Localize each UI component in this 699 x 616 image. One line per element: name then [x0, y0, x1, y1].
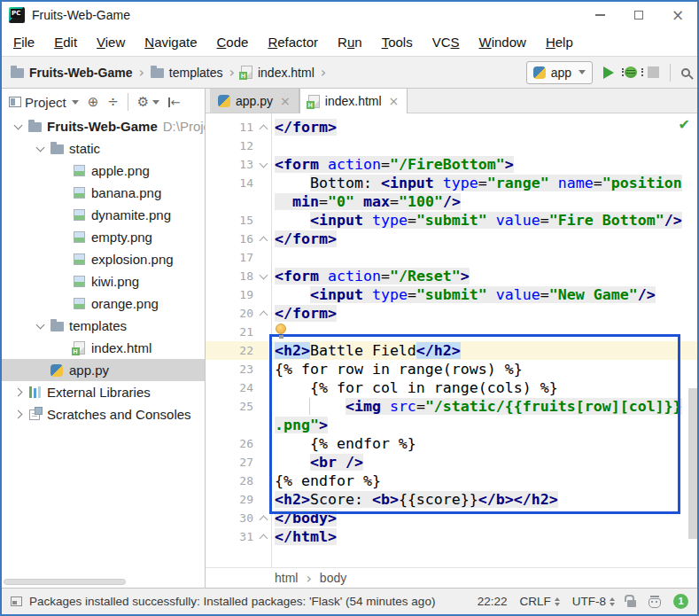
menu-item-window[interactable]: Window: [470, 28, 536, 56]
tree-item-index-html[interactable]: index.html: [2, 337, 205, 359]
editor-breadcrumb-html[interactable]: html: [275, 571, 298, 585]
code-line-14[interactable]: 14 Bottom: <input type="range" name="pos…: [206, 174, 697, 192]
tree-item-app-py[interactable]: app.py: [2, 359, 205, 381]
tab-close-icon[interactable]: ×: [280, 94, 291, 108]
minimize-button[interactable]: [580, 2, 619, 28]
code-line-30[interactable]: 30</body>: [206, 509, 697, 527]
close-button[interactable]: ×: [658, 2, 697, 28]
tree-item-static[interactable]: static: [2, 137, 205, 160]
breadcrumb-item-index.html[interactable]: index.html: [241, 66, 315, 80]
code-line-22[interactable]: 22<h2>Battle Field</h2>: [206, 341, 697, 360]
tree-item-empty-png[interactable]: empty.png: [2, 226, 205, 248]
fold-marker-icon[interactable]: [260, 516, 268, 525]
readonly-lock-icon[interactable]: [627, 600, 636, 607]
fold-marker-icon[interactable]: [260, 534, 268, 543]
tab-close-icon[interactable]: ×: [389, 94, 400, 108]
tree-chevron-right-icon[interactable]: [9, 411, 27, 417]
libraries-icon: [29, 386, 41, 398]
code-line-12[interactable]: 12: [206, 136, 697, 155]
toolwindow-toggle-icon[interactable]: [11, 597, 22, 606]
maximize-button[interactable]: [619, 2, 658, 28]
menu-item-file[interactable]: File: [4, 28, 44, 56]
code-token: min: [292, 193, 319, 210]
fold-marker-icon[interactable]: [260, 160, 268, 168]
tree-item-dynamite-png[interactable]: dynamite.png: [2, 204, 205, 226]
code-line-17[interactable]: 17: [206, 248, 697, 267]
menu-item-vcs[interactable]: VCS: [423, 28, 470, 56]
python-icon: [218, 95, 230, 107]
menu-item-navigate[interactable]: Navigate: [135, 28, 206, 56]
line-number: 21: [206, 323, 253, 341]
encoding-selector[interactable]: UTF-8: [572, 595, 615, 608]
code-line-26[interactable]: 26 {% endfor %}: [206, 434, 697, 453]
tree-chevron-down-icon[interactable]: [9, 125, 27, 129]
tree-chevron-down-icon[interactable]: [31, 324, 49, 328]
settings-button[interactable]: ⚙: [137, 96, 159, 109]
code-line-24[interactable]: 24 {% for col in range(cols) %}: [206, 378, 697, 397]
tree-item-kiwi-png[interactable]: kiwi.png: [2, 270, 205, 292]
tree-chevron-right-icon[interactable]: [9, 389, 27, 395]
tab-index-html[interactable]: index.html×: [299, 89, 408, 113]
code-line-25[interactable]: 25 <img src="/static/{{fruits[row][col]}…: [206, 397, 697, 416]
code-line-29[interactable]: 29<h2>Score: <b>{{score}}</b></h2>: [206, 490, 697, 509]
editor-breadcrumb-body[interactable]: body: [320, 571, 346, 585]
search-everywhere-button[interactable]: [681, 68, 690, 77]
breadcrumb-item-fruits-web-game[interactable]: Fruits-Web-Game: [11, 66, 132, 80]
code-line-19[interactable]: 19 <input type="submit" value="New Game"…: [206, 285, 697, 304]
tree-item-explosion-png[interactable]: explosion.png: [2, 248, 205, 270]
menu-item-help[interactable]: Help: [536, 28, 583, 56]
fold-marker-icon[interactable]: [260, 125, 268, 134]
code-line-wrap[interactable]: min="0" max="100"/>: [206, 192, 697, 211]
tree-item-external-libraries[interactable]: External Libraries: [2, 381, 205, 403]
code-line-13[interactable]: 13<form action="/FireBottom">: [206, 155, 697, 174]
horizontal-scrollbar[interactable]: [4, 579, 126, 585]
collapse-all-button[interactable]: ÷: [107, 96, 119, 109]
intention-bulb-icon[interactable]: [276, 324, 286, 334]
tree-item-banana-png[interactable]: banana.png: [2, 182, 205, 204]
tree-item-fruits-web-game[interactable]: Fruits-Web-GameD:\Proje: [2, 115, 205, 137]
stop-button[interactable]: [648, 66, 659, 78]
menu-item-tools[interactable]: Tools: [372, 28, 423, 56]
code-line-27[interactable]: 27 <br />: [206, 453, 697, 472]
caret-position[interactable]: 22:22: [478, 595, 508, 608]
locate-file-button[interactable]: ⊕: [88, 96, 99, 109]
code-line-wrap[interactable]: .png">: [206, 416, 697, 434]
vertical-scrollbar[interactable]: [688, 388, 697, 539]
code-line-20[interactable]: 20</form>: [206, 304, 697, 323]
fold-marker-icon[interactable]: [260, 271, 268, 280]
line-ending-selector[interactable]: CRLF: [519, 595, 559, 608]
menu-mnemonic: T: [382, 35, 389, 50]
breadcrumb-item-templates[interactable]: templates: [151, 66, 223, 80]
run-button[interactable]: [603, 66, 614, 79]
menu-item-code[interactable]: Code: [207, 28, 259, 56]
menu-item-edit[interactable]: Edit: [44, 28, 87, 56]
tree-item-scratches-and-consoles[interactable]: Scratches and Consoles: [2, 403, 205, 425]
fold-marker-icon[interactable]: [260, 237, 268, 246]
code-line-31[interactable]: 31</html>: [206, 527, 697, 546]
project-view-selector[interactable]: Project: [9, 95, 79, 110]
menu-item-run[interactable]: Run: [328, 28, 372, 56]
tree-item-orange-png[interactable]: orange.png: [2, 292, 205, 315]
code-line-28[interactable]: 28{% endfor %}: [206, 472, 697, 490]
fold-marker-icon[interactable]: [260, 311, 268, 320]
code-editor[interactable]: ✔ 11</form>1213<form action="/FireBottom…: [206, 113, 697, 567]
inspection-status-icon[interactable]: ✔: [679, 116, 690, 133]
code-line-18[interactable]: 18<form action="/Reset">: [206, 267, 697, 285]
code-token: <input: [310, 286, 372, 303]
notification-badge[interactable]: 1: [673, 594, 688, 609]
tree-chevron-down-icon[interactable]: [31, 147, 49, 151]
code-line-23[interactable]: 23{% for row in range(rows) %}: [206, 360, 697, 378]
menu-item-refactor[interactable]: Refactor: [258, 28, 328, 56]
run-configuration-select[interactable]: app: [526, 61, 593, 84]
tree-item-templates[interactable]: templates: [2, 315, 205, 337]
code-line-11[interactable]: 11</form>: [206, 118, 697, 136]
code-token: value: [496, 286, 540, 303]
menu-item-view[interactable]: View: [87, 28, 135, 56]
debug-button[interactable]: [625, 66, 637, 78]
code-line-15[interactable]: 15 <input type="submit" value="Fire Bott…: [206, 211, 697, 230]
hide-panel-button[interactable]: ←: [168, 96, 180, 109]
hector-inspector-icon[interactable]: [649, 598, 661, 608]
code-line-16[interactable]: 16</form>: [206, 230, 697, 248]
tree-item-apple-png[interactable]: apple.png: [2, 160, 205, 182]
tab-app-py[interactable]: app.py×: [210, 89, 299, 113]
